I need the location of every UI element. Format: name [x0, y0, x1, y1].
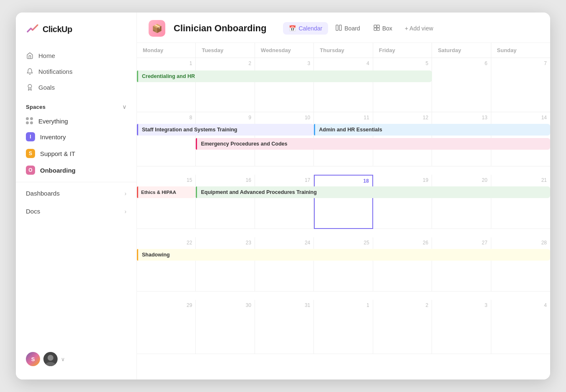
svg-rect-6: [377, 25, 379, 28]
cell-wed-17[interactable]: 17: [255, 175, 314, 229]
dashboards-arrow-icon: ›: [124, 190, 126, 197]
avatar-chevron-icon: ∨: [61, 356, 65, 362]
cell-tue-30[interactable]: 30: [196, 300, 255, 354]
cell-tue-2[interactable]: 2: [196, 58, 255, 112]
inventory-label: Inventory: [40, 133, 66, 141]
cell-sun-4[interactable]: 4: [491, 300, 550, 354]
day-sunday: Sunday: [491, 43, 550, 58]
avatar-s: S: [26, 352, 40, 366]
app-name: ClickUp: [43, 25, 72, 34]
main-content: 📦 Clinician Onboarding 📅 Calendar Board: [137, 13, 550, 379]
cell-thu-11[interactable]: 11: [314, 112, 373, 166]
spaces-label: Spaces: [26, 104, 45, 110]
box-tab-icon: [374, 25, 380, 32]
calendar-tab-label: Calendar: [298, 25, 322, 32]
inventory-badge: I: [26, 132, 35, 141]
svg-point-2: [45, 362, 56, 366]
week-5: 29 30 31 1 2 3 4: [137, 300, 550, 354]
cell-sat-27[interactable]: 27: [432, 237, 491, 291]
goals-label: Goals: [38, 84, 55, 91]
svg-rect-4: [339, 25, 341, 30]
add-view-button[interactable]: + Add view: [400, 22, 438, 35]
board-tab-label: Board: [344, 25, 360, 32]
cell-wed-24[interactable]: 24: [255, 237, 314, 291]
cell-mon-22[interactable]: 22: [137, 237, 196, 291]
sidebar-item-goals[interactable]: Goals: [16, 79, 136, 95]
user-avatar-icon: [43, 352, 58, 366]
sidebar: ClickUp Home Notifications Goals Spaces …: [16, 13, 137, 379]
tab-calendar[interactable]: 📅 Calendar: [283, 22, 328, 35]
week-2: 8 9 10 11 12 13 14 Staff Integration and…: [137, 112, 550, 175]
cell-sat-13[interactable]: 13: [432, 112, 491, 166]
cell-thu-4[interactable]: 4: [314, 58, 373, 112]
trophy-icon: [26, 83, 33, 91]
sidebar-item-onboarding[interactable]: O Onboarding: [16, 162, 136, 178]
sidebar-item-inventory[interactable]: I Inventory: [16, 128, 136, 145]
sidebar-item-support[interactable]: S Support & IT: [16, 145, 136, 162]
docs-arrow-icon: ›: [124, 208, 126, 215]
cell-mon-1[interactable]: 1: [137, 58, 196, 112]
clickup-logo-icon: [26, 23, 39, 36]
home-icon: [26, 52, 33, 59]
cell-fri-26[interactable]: 26: [373, 237, 432, 291]
cell-sat-3[interactable]: 3: [432, 300, 491, 354]
day-thursday: Thursday: [314, 43, 373, 58]
cell-sun-7[interactable]: 7: [491, 58, 550, 112]
svg-rect-7: [374, 28, 376, 30]
docs-section[interactable]: Docs ›: [16, 200, 136, 218]
sidebar-item-notifications[interactable]: Notifications: [16, 63, 136, 79]
onboarding-badge: O: [26, 166, 35, 175]
dashboards-section[interactable]: Dashboards ›: [16, 182, 136, 200]
cell-tue-23[interactable]: 23: [196, 237, 255, 291]
cell-fri-2[interactable]: 2: [373, 300, 432, 354]
cell-fri-19[interactable]: 19: [373, 175, 432, 229]
avatar-area[interactable]: S ∨: [16, 345, 136, 373]
tab-box[interactable]: Box: [368, 22, 398, 35]
board-tab-icon: [336, 25, 342, 32]
svg-rect-5: [374, 25, 376, 28]
cell-sun-28[interactable]: 28: [491, 237, 550, 291]
tab-board[interactable]: Board: [330, 22, 366, 35]
everything-label: Everything: [38, 118, 68, 125]
sidebar-item-everything[interactable]: Everything: [16, 113, 136, 128]
cell-mon-8[interactable]: 8: [137, 112, 196, 166]
day-monday: Monday: [137, 43, 196, 58]
calendar-tab-icon: 📅: [289, 25, 296, 32]
week-4: 22 23 24 25 26 27 28 Shadowing: [137, 237, 550, 300]
project-icon: 📦: [149, 20, 165, 37]
day-wednesday: Wednesday: [255, 43, 314, 58]
cell-thu-25[interactable]: 25: [314, 237, 373, 291]
day-tuesday: Tuesday: [196, 43, 255, 58]
cell-mon-29[interactable]: 29: [137, 300, 196, 354]
notifications-label: Notifications: [38, 68, 73, 75]
calendar-view: Monday Tuesday Wednesday Thursday Friday…: [137, 43, 550, 379]
docs-label: Docs: [26, 208, 40, 215]
everything-icon: [26, 117, 33, 125]
cell-fri-5[interactable]: 5: [373, 58, 432, 112]
cell-thu-18[interactable]: 18: [314, 175, 373, 229]
cell-wed-10[interactable]: 10: [255, 112, 314, 166]
cell-sat-6[interactable]: 6: [432, 58, 491, 112]
sidebar-item-home[interactable]: Home: [16, 48, 136, 63]
cell-fri-12[interactable]: 12: [373, 112, 432, 166]
bell-icon: [26, 68, 33, 75]
cell-wed-3[interactable]: 3: [255, 58, 314, 112]
week-1: 1 2 3 4 5 6 7 Credentialing and HR: [137, 58, 550, 112]
cell-tue-9[interactable]: 9: [196, 112, 255, 166]
cell-wed-31[interactable]: 31: [255, 300, 314, 354]
spaces-header[interactable]: Spaces ∨: [16, 95, 136, 113]
support-badge: S: [26, 149, 35, 158]
cell-tue-16[interactable]: 16: [196, 175, 255, 229]
logo[interactable]: ClickUp: [16, 23, 136, 48]
dashboards-label: Dashboards: [26, 190, 60, 197]
cell-mon-15[interactable]: 15: [137, 175, 196, 229]
cell-thu-1[interactable]: 1: [314, 300, 373, 354]
cell-sun-21[interactable]: 21: [491, 175, 550, 229]
onboarding-label: Onboarding: [40, 167, 76, 174]
calendar-day-headers: Monday Tuesday Wednesday Thursday Friday…: [137, 43, 550, 58]
home-label: Home: [38, 52, 55, 59]
page-header: 📦 Clinician Onboarding 📅 Calendar Board: [137, 13, 550, 43]
svg-rect-8: [377, 28, 379, 30]
cell-sat-20[interactable]: 20: [432, 175, 491, 229]
cell-sun-14[interactable]: 14: [491, 112, 550, 166]
